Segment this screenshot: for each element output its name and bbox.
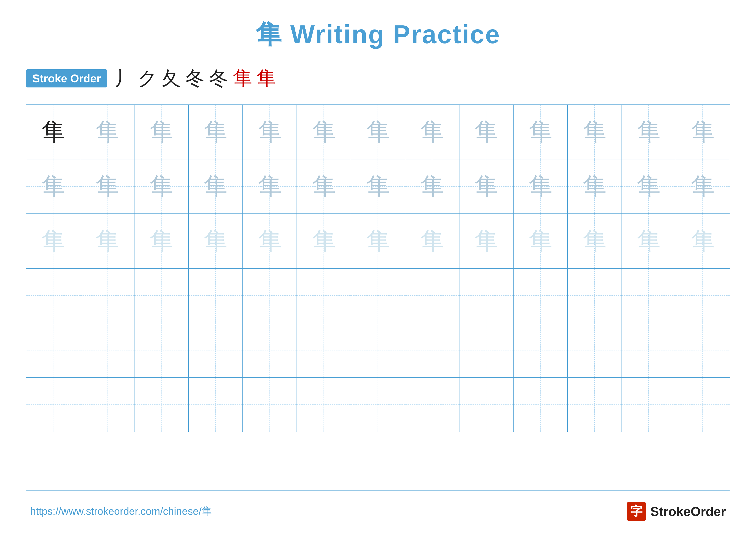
grid-cell[interactable]: [189, 378, 243, 432]
grid-cell[interactable]: 隼: [568, 105, 622, 159]
grid-cell[interactable]: [405, 323, 459, 377]
grid-cell[interactable]: 隼: [676, 159, 730, 214]
grid-cell[interactable]: 隼: [243, 105, 297, 159]
grid-cell[interactable]: 隼: [459, 105, 514, 159]
grid-cell[interactable]: [514, 378, 568, 432]
grid-cell[interactable]: 隼: [676, 105, 730, 159]
grid-cell[interactable]: [134, 378, 189, 432]
grid-cell[interactable]: [622, 268, 676, 323]
grid-cell[interactable]: [351, 268, 405, 323]
grid-cell[interactable]: [80, 323, 134, 377]
grid-cell[interactable]: [26, 323, 80, 377]
grid-cell[interactable]: 隼: [26, 214, 80, 268]
grid-cell[interactable]: [514, 323, 568, 377]
grid-cell[interactable]: [243, 323, 297, 377]
cell-character: 隼: [204, 116, 228, 148]
grid-cell[interactable]: 隼: [514, 105, 568, 159]
cell-character: 隼: [474, 225, 498, 257]
grid-cell[interactable]: 隼: [134, 214, 189, 268]
cell-character: 隼: [528, 116, 552, 148]
grid-cell[interactable]: 隼: [26, 159, 80, 214]
brand-icon-char: 字: [630, 503, 642, 520]
grid-cell[interactable]: [676, 378, 730, 432]
grid-cell[interactable]: [351, 378, 405, 432]
grid-cell[interactable]: 隼: [568, 214, 622, 268]
stroke-order-row: Stroke Order 丿 ク 夂 冬 冬 隼 隼: [26, 65, 730, 91]
grid-cell[interactable]: [134, 268, 189, 323]
grid-cell[interactable]: [297, 378, 351, 432]
cell-character: 隼: [691, 116, 715, 148]
grid-cell[interactable]: 隼: [297, 159, 351, 214]
grid-cell[interactable]: 隼: [134, 159, 189, 214]
grid-cell[interactable]: [405, 268, 459, 323]
grid-cell[interactable]: 隼: [189, 105, 243, 159]
cell-character: 隼: [149, 225, 173, 257]
grid-cell[interactable]: [568, 268, 622, 323]
grid-cell[interactable]: 隼: [297, 105, 351, 159]
grid-cell[interactable]: 隼: [26, 105, 80, 159]
grid-cell[interactable]: [297, 323, 351, 377]
grid-cell[interactable]: 隼: [189, 159, 243, 214]
grid-cell[interactable]: [676, 323, 730, 377]
grid-cell[interactable]: 隼: [676, 214, 730, 268]
grid-cell[interactable]: 隼: [351, 159, 405, 214]
grid-cell[interactable]: 隼: [243, 214, 297, 268]
cell-character: 隼: [41, 225, 65, 257]
stroke-seq-4: 冬: [185, 65, 205, 91]
brand-name: StrokeOrder: [650, 504, 726, 519]
grid-cell[interactable]: 隼: [351, 105, 405, 159]
grid-cell[interactable]: 隼: [134, 105, 189, 159]
grid-cell[interactable]: 隼: [514, 214, 568, 268]
grid-cell[interactable]: 隼: [405, 214, 459, 268]
stroke-seq-1: 丿: [114, 65, 133, 91]
grid-cell[interactable]: [568, 378, 622, 432]
footer-url: https://www.strokeorder.com/chinese/隼: [30, 504, 212, 518]
grid-cell[interactable]: [243, 268, 297, 323]
grid-cell[interactable]: [189, 323, 243, 377]
grid-cell[interactable]: 隼: [459, 214, 514, 268]
stroke-seq-3: 夂: [162, 65, 181, 91]
grid-cell[interactable]: 隼: [514, 159, 568, 214]
grid-cell[interactable]: [243, 378, 297, 432]
grid-cell[interactable]: [405, 378, 459, 432]
grid-cell[interactable]: 隼: [189, 214, 243, 268]
grid-cell[interactable]: 隼: [622, 214, 676, 268]
grid-cell[interactable]: 隼: [568, 159, 622, 214]
stroke-seq-2: ク: [138, 65, 157, 91]
grid-cell[interactable]: [568, 323, 622, 377]
cell-character: 隼: [312, 170, 336, 202]
grid-cell[interactable]: [351, 323, 405, 377]
grid-cell[interactable]: 隼: [297, 214, 351, 268]
grid-cell[interactable]: [80, 378, 134, 432]
grid-cell[interactable]: 隼: [405, 105, 459, 159]
grid-cell[interactable]: [134, 323, 189, 377]
grid-cell[interactable]: [459, 323, 514, 377]
cell-character: 隼: [637, 116, 661, 148]
grid-cell[interactable]: 隼: [80, 105, 134, 159]
grid-cell[interactable]: [622, 378, 676, 432]
stroke-sequence: 丿 ク 夂 冬 冬 隼 隼: [114, 65, 276, 91]
grid-cell[interactable]: [514, 268, 568, 323]
grid-cell[interactable]: [676, 268, 730, 323]
grid-cell[interactable]: 隼: [622, 159, 676, 214]
grid-cell[interactable]: 隼: [622, 105, 676, 159]
grid-cell[interactable]: [622, 323, 676, 377]
cell-character: 隼: [637, 225, 661, 257]
grid-cell[interactable]: 隼: [459, 159, 514, 214]
grid-cell[interactable]: [80, 268, 134, 323]
cell-character: 隼: [312, 225, 336, 257]
grid-row: [26, 268, 730, 323]
cell-character: 隼: [474, 170, 498, 202]
grid-cell[interactable]: 隼: [405, 159, 459, 214]
grid-cell[interactable]: [297, 268, 351, 323]
grid-cell[interactable]: [459, 268, 514, 323]
grid-cell[interactable]: 隼: [80, 159, 134, 214]
grid-cell[interactable]: [26, 378, 80, 432]
grid-cell[interactable]: 隼: [243, 159, 297, 214]
grid-cell[interactable]: [26, 268, 80, 323]
grid-cell[interactable]: [189, 268, 243, 323]
grid-cell[interactable]: 隼: [80, 214, 134, 268]
grid-cell[interactable]: [459, 378, 514, 432]
grid-cell[interactable]: 隼: [351, 214, 405, 268]
cell-character: 隼: [258, 116, 282, 148]
